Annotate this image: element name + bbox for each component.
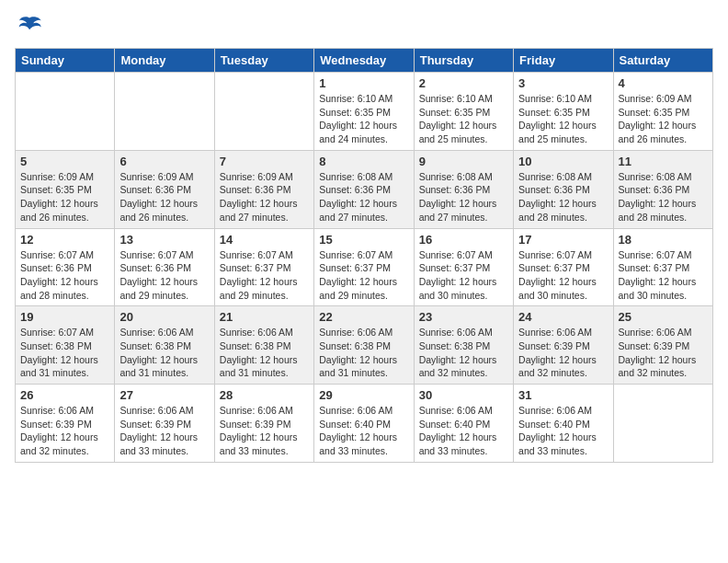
calendar-cell: 14Sunrise: 6:07 AM Sunset: 6:37 PM Dayli…	[214, 228, 313, 306]
day-number: 2	[419, 76, 508, 90]
day-info: Sunrise: 6:07 AM Sunset: 6:37 PM Dayligh…	[419, 248, 508, 303]
day-info: Sunrise: 6:09 AM Sunset: 6:35 PM Dayligh…	[619, 92, 708, 146]
day-number: 10	[518, 155, 608, 168]
col-header-friday: Friday	[514, 49, 613, 73]
day-number: 6	[119, 155, 209, 168]
day-info: Sunrise: 6:06 AM Sunset: 6:39 PM Dayligh…	[119, 404, 209, 458]
calendar-cell: 30Sunrise: 6:06 AM Sunset: 6:40 PM Dayli…	[414, 385, 513, 463]
day-info: Sunrise: 6:06 AM Sunset: 6:38 PM Dayligh…	[419, 326, 508, 380]
logo-bird-icon	[17, 15, 42, 37]
day-number: 21	[220, 310, 309, 324]
logo	[15, 15, 46, 37]
day-number: 31	[518, 388, 608, 402]
day-info: Sunrise: 6:06 AM Sunset: 6:39 PM Dayligh…	[220, 404, 309, 458]
day-info: Sunrise: 6:06 AM Sunset: 6:39 PM Dayligh…	[518, 326, 608, 380]
day-info: Sunrise: 6:07 AM Sunset: 6:36 PM Dayligh…	[20, 248, 109, 303]
day-info: Sunrise: 6:10 AM Sunset: 6:35 PM Dayligh…	[419, 92, 508, 146]
day-number: 14	[220, 233, 309, 247]
day-number: 26	[20, 388, 109, 402]
col-header-monday: Monday	[115, 49, 214, 73]
calendar-cell: 7Sunrise: 6:09 AM Sunset: 6:36 PM Daylig…	[214, 150, 313, 228]
calendar-cell: 23Sunrise: 6:06 AM Sunset: 6:38 PM Dayli…	[414, 306, 513, 385]
calendar-cell: 18Sunrise: 6:07 AM Sunset: 6:37 PM Dayli…	[613, 228, 712, 306]
day-info: Sunrise: 6:06 AM Sunset: 6:38 PM Dayligh…	[220, 326, 309, 380]
calendar-cell	[613, 385, 712, 463]
day-number: 16	[419, 233, 508, 247]
calendar-cell: 9Sunrise: 6:08 AM Sunset: 6:36 PM Daylig…	[414, 150, 513, 228]
calendar-cell: 21Sunrise: 6:06 AM Sunset: 6:38 PM Dayli…	[214, 306, 313, 385]
day-info: Sunrise: 6:06 AM Sunset: 6:38 PM Dayligh…	[119, 326, 209, 380]
day-info: Sunrise: 6:06 AM Sunset: 6:40 PM Dayligh…	[419, 404, 508, 458]
day-number: 13	[119, 233, 209, 247]
calendar-week-4: 19Sunrise: 6:07 AM Sunset: 6:38 PM Dayli…	[16, 306, 713, 385]
day-number: 18	[619, 233, 708, 247]
calendar-cell: 15Sunrise: 6:07 AM Sunset: 6:37 PM Dayli…	[314, 228, 414, 306]
calendar-cell: 16Sunrise: 6:07 AM Sunset: 6:37 PM Dayli…	[414, 228, 513, 306]
calendar-cell: 10Sunrise: 6:08 AM Sunset: 6:36 PM Dayli…	[514, 150, 613, 228]
day-info: Sunrise: 6:09 AM Sunset: 6:36 PM Dayligh…	[220, 170, 309, 224]
day-info: Sunrise: 6:07 AM Sunset: 6:37 PM Dayligh…	[220, 248, 309, 303]
col-header-sunday: Sunday	[16, 49, 115, 73]
calendar-cell: 1Sunrise: 6:10 AM Sunset: 6:35 PM Daylig…	[314, 73, 414, 151]
day-info: Sunrise: 6:09 AM Sunset: 6:36 PM Dayligh…	[119, 170, 209, 224]
calendar-cell: 4Sunrise: 6:09 AM Sunset: 6:35 PM Daylig…	[613, 73, 712, 151]
calendar-cell: 28Sunrise: 6:06 AM Sunset: 6:39 PM Dayli…	[214, 385, 313, 463]
calendar-cell: 12Sunrise: 6:07 AM Sunset: 6:36 PM Dayli…	[16, 228, 115, 306]
day-info: Sunrise: 6:06 AM Sunset: 6:39 PM Dayligh…	[20, 404, 109, 458]
day-number: 4	[619, 76, 708, 90]
calendar-week-2: 5Sunrise: 6:09 AM Sunset: 6:35 PM Daylig…	[16, 150, 713, 228]
calendar-cell	[214, 73, 313, 151]
day-info: Sunrise: 6:08 AM Sunset: 6:36 PM Dayligh…	[518, 170, 608, 224]
calendar-cell	[16, 73, 115, 151]
calendar-cell: 27Sunrise: 6:06 AM Sunset: 6:39 PM Dayli…	[115, 385, 214, 463]
day-info: Sunrise: 6:10 AM Sunset: 6:35 PM Dayligh…	[518, 92, 608, 146]
day-number: 12	[20, 233, 109, 247]
day-number: 5	[20, 155, 109, 168]
calendar-cell	[115, 73, 214, 151]
calendar-cell: 6Sunrise: 6:09 AM Sunset: 6:36 PM Daylig…	[115, 150, 214, 228]
day-number: 20	[119, 310, 209, 324]
day-number: 1	[319, 76, 408, 90]
day-number: 19	[20, 310, 109, 324]
calendar-header-row: SundayMondayTuesdayWednesdayThursdayFrid…	[16, 49, 713, 73]
calendar-cell: 13Sunrise: 6:07 AM Sunset: 6:36 PM Dayli…	[115, 228, 214, 306]
calendar-table: SundayMondayTuesdayWednesdayThursdayFrid…	[15, 48, 713, 463]
day-number: 23	[419, 310, 508, 324]
calendar-cell: 29Sunrise: 6:06 AM Sunset: 6:40 PM Dayli…	[314, 385, 414, 463]
day-info: Sunrise: 6:06 AM Sunset: 6:40 PM Dayligh…	[319, 404, 408, 458]
day-info: Sunrise: 6:08 AM Sunset: 6:36 PM Dayligh…	[619, 170, 708, 224]
day-number: 24	[518, 310, 608, 324]
day-info: Sunrise: 6:08 AM Sunset: 6:36 PM Dayligh…	[319, 170, 408, 224]
calendar-cell: 20Sunrise: 6:06 AM Sunset: 6:38 PM Dayli…	[115, 306, 214, 385]
calendar-week-5: 26Sunrise: 6:06 AM Sunset: 6:39 PM Dayli…	[16, 385, 713, 463]
day-number: 11	[619, 155, 708, 168]
calendar-cell: 5Sunrise: 6:09 AM Sunset: 6:35 PM Daylig…	[16, 150, 115, 228]
day-number: 22	[319, 310, 408, 324]
day-number: 9	[419, 155, 508, 168]
day-number: 8	[319, 155, 408, 168]
calendar-cell: 26Sunrise: 6:06 AM Sunset: 6:39 PM Dayli…	[16, 385, 115, 463]
calendar-cell: 22Sunrise: 6:06 AM Sunset: 6:38 PM Dayli…	[314, 306, 414, 385]
calendar-cell: 19Sunrise: 6:07 AM Sunset: 6:38 PM Dayli…	[16, 306, 115, 385]
day-info: Sunrise: 6:07 AM Sunset: 6:36 PM Dayligh…	[119, 248, 209, 303]
day-info: Sunrise: 6:07 AM Sunset: 6:37 PM Dayligh…	[518, 248, 608, 303]
day-info: Sunrise: 6:10 AM Sunset: 6:35 PM Dayligh…	[319, 92, 408, 146]
day-number: 25	[619, 310, 708, 324]
day-number: 15	[319, 233, 408, 247]
page-header	[15, 15, 713, 37]
col-header-saturday: Saturday	[613, 49, 712, 73]
day-info: Sunrise: 6:07 AM Sunset: 6:38 PM Dayligh…	[20, 326, 109, 380]
day-info: Sunrise: 6:07 AM Sunset: 6:37 PM Dayligh…	[619, 248, 708, 303]
day-number: 28	[220, 388, 309, 402]
day-info: Sunrise: 6:09 AM Sunset: 6:35 PM Dayligh…	[20, 170, 109, 224]
calendar-cell: 11Sunrise: 6:08 AM Sunset: 6:36 PM Dayli…	[613, 150, 712, 228]
calendar-cell: 24Sunrise: 6:06 AM Sunset: 6:39 PM Dayli…	[514, 306, 613, 385]
day-info: Sunrise: 6:06 AM Sunset: 6:39 PM Dayligh…	[619, 326, 708, 380]
day-info: Sunrise: 6:08 AM Sunset: 6:36 PM Dayligh…	[419, 170, 508, 224]
day-number: 27	[119, 388, 209, 402]
calendar-week-3: 12Sunrise: 6:07 AM Sunset: 6:36 PM Dayli…	[16, 228, 713, 306]
calendar-cell: 3Sunrise: 6:10 AM Sunset: 6:35 PM Daylig…	[514, 73, 613, 151]
calendar-week-1: 1Sunrise: 6:10 AM Sunset: 6:35 PM Daylig…	[16, 73, 713, 151]
day-info: Sunrise: 6:06 AM Sunset: 6:40 PM Dayligh…	[518, 404, 608, 458]
day-info: Sunrise: 6:07 AM Sunset: 6:37 PM Dayligh…	[319, 248, 408, 303]
